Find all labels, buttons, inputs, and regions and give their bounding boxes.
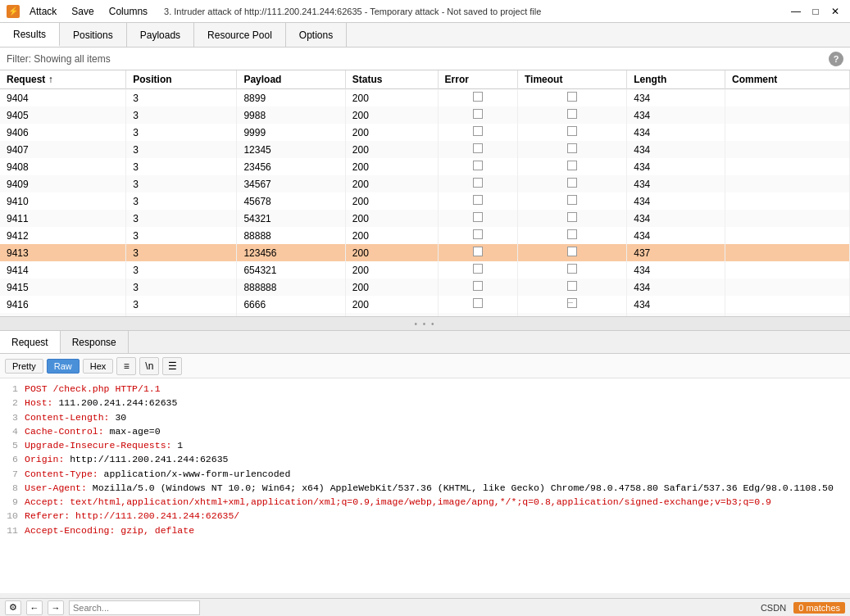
- col-error[interactable]: Error: [438, 70, 517, 89]
- line-content: Origin: http://111.200.241.244:62635: [25, 452, 843, 466]
- timeout-checkbox: [567, 212, 577, 222]
- cell-length: 434: [627, 192, 725, 210]
- cell-length: 434: [627, 141, 725, 158]
- line-content: Content-Type: application/x-www-form-url…: [25, 467, 843, 481]
- tab-resource-pool[interactable]: Resource Pool: [194, 23, 286, 47]
- forward-button[interactable]: →: [48, 600, 64, 615]
- col-position[interactable]: Position: [126, 70, 237, 89]
- table-row[interactable]: 9414 3 654321 200 434: [0, 261, 850, 279]
- cell-payload: 654321: [237, 261, 345, 279]
- fmt-menu-icon[interactable]: ☰: [162, 357, 182, 375]
- menu-save[interactable]: Save: [65, 4, 100, 19]
- table-row[interactable]: 9410 3 45678 200 434: [0, 192, 850, 210]
- tab-results[interactable]: Results: [0, 23, 60, 47]
- table-row[interactable]: 9413 3 123456 200 437: [0, 244, 850, 261]
- fmt-hex[interactable]: Hex: [83, 359, 114, 374]
- error-checkbox: [473, 212, 483, 222]
- col-length[interactable]: Length: [627, 70, 725, 89]
- cell-status: 200: [345, 192, 438, 210]
- table-row[interactable]: 9415 3 888888 200 434: [0, 279, 850, 296]
- cell-position: 3: [126, 89, 237, 107]
- line-content: Upgrade-Insecure-Requests: 1: [25, 438, 843, 452]
- timeout-checkbox: [567, 195, 577, 205]
- table-row[interactable]: 9409 3 34567 200 434: [0, 175, 850, 192]
- line-number: 5: [7, 438, 18, 452]
- panel-divider[interactable]: • • •: [0, 316, 850, 331]
- cell-status: 200: [345, 89, 438, 107]
- error-checkbox: [473, 264, 483, 274]
- table-row[interactable]: 9406 3 9999 200 434: [0, 124, 850, 141]
- col-status[interactable]: Status: [345, 70, 438, 89]
- cell-position: 3: [126, 141, 237, 158]
- code-line: 1POST /check.php HTTP/1.1: [7, 382, 843, 396]
- search-input[interactable]: [69, 600, 200, 615]
- cell-status: 200: [345, 210, 438, 227]
- back-button[interactable]: ←: [26, 600, 43, 615]
- line-content: Content-Length: 30: [25, 410, 843, 424]
- cell-request: 9405: [0, 106, 126, 124]
- line-number: 8: [7, 481, 18, 495]
- error-checkbox: [473, 92, 483, 102]
- maximize-button[interactable]: □: [807, 3, 824, 20]
- timeout-checkbox: [567, 92, 577, 102]
- cell-error: [438, 89, 517, 107]
- tab-payloads[interactable]: Payloads: [127, 23, 194, 47]
- cell-comment: [725, 89, 849, 107]
- cell-request: 9415: [0, 279, 126, 296]
- cell-length: 434: [627, 210, 725, 227]
- close-button[interactable]: ✕: [827, 3, 843, 20]
- cell-position: 3: [126, 244, 237, 261]
- line-content: User-Agent: Mozilla/5.0 (Windows NT 10.0…: [25, 481, 843, 495]
- cell-comment: [725, 175, 849, 192]
- tab-request[interactable]: Request: [0, 331, 61, 353]
- menu-attack[interactable]: Attack: [23, 4, 63, 19]
- cell-length: 434: [627, 89, 725, 107]
- table-row[interactable]: 9404 3 8899 200 434: [0, 89, 850, 107]
- col-request[interactable]: Request ↑: [0, 70, 126, 89]
- results-table-container[interactable]: Request ↑ Position Payload Status Error …: [0, 70, 850, 316]
- table-row[interactable]: 9405 3 9988 200 434: [0, 106, 850, 124]
- minimize-button[interactable]: —: [788, 3, 804, 20]
- code-line: 7Content-Type: application/x-www-form-ur…: [7, 467, 843, 481]
- help-button[interactable]: ?: [829, 52, 843, 66]
- code-line: 5Upgrade-Insecure-Requests: 1: [7, 438, 843, 452]
- cell-request: 9409: [0, 175, 126, 192]
- settings-button[interactable]: ⚙: [5, 600, 21, 615]
- cell-request: 9410: [0, 192, 126, 210]
- table-row[interactable]: 9407 3 12345 200 434: [0, 141, 850, 158]
- cell-timeout: [517, 279, 626, 296]
- col-payload[interactable]: Payload: [237, 70, 345, 89]
- error-checkbox: [473, 229, 483, 239]
- title-menu: Attack Save Columns: [23, 4, 154, 19]
- col-timeout[interactable]: Timeout: [517, 70, 626, 89]
- table-row[interactable]: 9416 3 6666 200 434: [0, 296, 850, 313]
- cell-status: 200: [345, 227, 438, 244]
- fmt-lines-icon[interactable]: ≡: [116, 357, 136, 375]
- line-number: 4: [7, 424, 18, 438]
- cell-timeout: [517, 244, 626, 261]
- cell-timeout: [517, 192, 626, 210]
- table-row[interactable]: 9411 3 54321 200 434: [0, 210, 850, 227]
- cell-error: [438, 261, 517, 279]
- cell-status: 200: [345, 175, 438, 192]
- tab-options[interactable]: Options: [286, 23, 347, 47]
- fmt-pretty[interactable]: Pretty: [5, 359, 43, 374]
- fmt-newline-icon[interactable]: \n: [139, 357, 159, 375]
- code-line: 4Cache-Control: max-age=0: [7, 424, 843, 438]
- table-row[interactable]: 9412 3 88888 200 434: [0, 227, 850, 244]
- cell-comment: [725, 192, 849, 210]
- menu-columns[interactable]: Columns: [102, 4, 154, 19]
- cell-position: 3: [126, 124, 237, 141]
- cell-status: 200: [345, 106, 438, 124]
- cell-payload: 88888: [237, 227, 345, 244]
- col-comment[interactable]: Comment: [725, 70, 849, 89]
- fmt-raw[interactable]: Raw: [47, 359, 80, 374]
- error-checkbox: [473, 298, 483, 308]
- tab-response[interactable]: Response: [61, 331, 129, 353]
- tab-positions[interactable]: Positions: [60, 23, 127, 47]
- table-row[interactable]: 9408 3 23456 200 434: [0, 158, 850, 175]
- cell-error: [438, 227, 517, 244]
- error-checkbox: [473, 247, 483, 256]
- cell-timeout: [517, 141, 626, 158]
- error-checkbox: [473, 195, 483, 205]
